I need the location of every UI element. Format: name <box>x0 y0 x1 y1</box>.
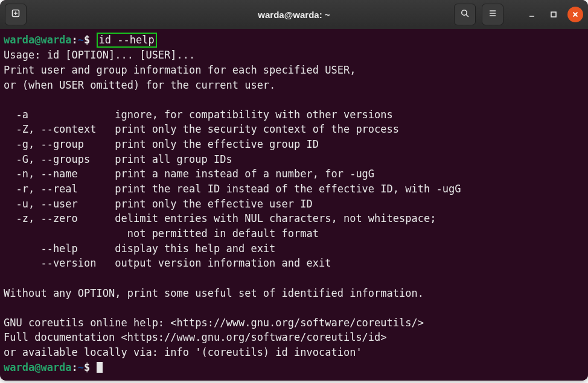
svg-line-4 <box>466 14 468 17</box>
prompt-path: ~ <box>78 361 84 373</box>
output-line: or (when USER omitted) for the current u… <box>4 79 275 91</box>
hamburger-icon <box>488 8 497 21</box>
search-icon <box>460 8 470 21</box>
output-line: -r, --real print the real ID instead of … <box>4 183 461 195</box>
prompt-userhost: warda@warda <box>4 34 72 46</box>
prompt-colon: : <box>72 34 78 46</box>
output-line: --version output version information and… <box>4 257 331 269</box>
output-line: Full documentation <https://www.gnu.org/… <box>4 331 387 343</box>
output-line: --help display this help and exit <box>4 242 275 255</box>
prompt-path: ~ <box>78 34 84 46</box>
output-line: -n, --name print a name instead of a num… <box>4 168 374 180</box>
maximize-button[interactable] <box>546 7 561 22</box>
minimize-icon <box>528 11 535 18</box>
titlebar-left <box>5 4 27 25</box>
close-button[interactable] <box>567 7 583 22</box>
output-line: -a ignore, for compatibility with other … <box>4 109 393 121</box>
output-line: -u, --user print only the effective user… <box>4 198 313 210</box>
new-tab-button[interactable] <box>5 4 27 25</box>
close-icon <box>572 11 579 18</box>
output-line: Usage: id [OPTION]... [USER]... <box>4 49 195 61</box>
titlebar: warda@warda: ~ <box>0 0 588 29</box>
output-line: or available locally via: info '(coreuti… <box>4 346 362 358</box>
output-line: Print user and group information for eac… <box>4 64 356 76</box>
prompt-symbol: $ <box>84 361 90 373</box>
prompt-userhost: warda@warda <box>4 361 72 373</box>
terminal-window: warda@warda: ~ <box>0 0 588 381</box>
menu-button[interactable] <box>482 4 503 25</box>
output-line: -Z, --context print only the security co… <box>4 123 399 135</box>
output-line: not permitted in default format <box>4 227 319 239</box>
output-line: -g, --group print only the effective gro… <box>4 138 319 150</box>
titlebar-right <box>454 4 583 25</box>
command-text: id --help <box>99 34 155 46</box>
minimize-button[interactable] <box>524 7 540 22</box>
new-tab-icon <box>11 8 21 21</box>
prompt-symbol: $ <box>84 34 90 46</box>
prompt-colon: : <box>72 361 78 373</box>
output-line: Without any OPTION, print some useful se… <box>4 287 424 299</box>
maximize-icon <box>550 11 557 18</box>
svg-point-3 <box>462 10 467 15</box>
svg-rect-9 <box>551 12 556 17</box>
command-highlight: id --help <box>97 33 157 48</box>
search-button[interactable] <box>454 4 476 25</box>
cursor <box>97 362 103 373</box>
output-line: -z, --zero delimit entries with NUL char… <box>4 212 436 224</box>
output-line: GNU coreutils online help: <https://www.… <box>4 317 424 329</box>
output-line: -G, --groups print all group IDs <box>4 153 232 165</box>
terminal-body[interactable]: warda@warda:~$ id --help Usage: id [OPTI… <box>0 29 588 381</box>
